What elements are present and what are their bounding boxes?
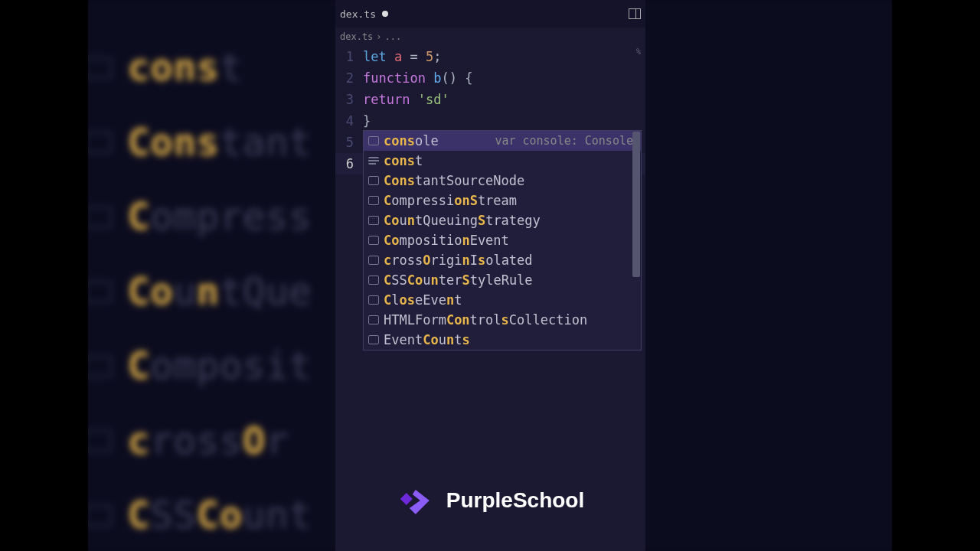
code-line[interactable]: 3 return 'sd' bbox=[335, 89, 645, 110]
tab-modified-indicator bbox=[382, 11, 388, 17]
autocomplete-item[interactable]: crossOriginIsolated bbox=[364, 250, 641, 270]
module-icon bbox=[368, 196, 379, 205]
editor-pane: dex.ts dex.ts › ... % 1let a = 5;2functi… bbox=[335, 0, 645, 551]
autocomplete-item[interactable]: HTMLFormControlsCollection bbox=[364, 310, 641, 330]
line-number: 1 bbox=[335, 46, 363, 67]
breadcrumb[interactable]: dex.ts › ... bbox=[335, 28, 645, 46]
autocomplete-item[interactable]: ConstantSourceNode bbox=[364, 171, 641, 191]
bg-suggestion-row: Compress bbox=[84, 180, 312, 255]
autocomplete-label: HTMLFormControlsCollection bbox=[384, 312, 636, 328]
autocomplete-label: const bbox=[384, 153, 636, 168]
autocomplete-item[interactable]: const bbox=[364, 151, 641, 171]
tab-filename: dex.ts bbox=[340, 8, 376, 20]
autocomplete-label: CompositionEvent bbox=[384, 233, 636, 248]
autocomplete-label: CountQueuingStrategy bbox=[384, 213, 636, 228]
module-icon bbox=[368, 295, 379, 305]
autocomplete-label: ConstantSourceNode bbox=[384, 173, 636, 188]
autocomplete-scrollbar[interactable] bbox=[632, 132, 640, 277]
module-icon bbox=[368, 176, 379, 185]
code-line[interactable]: 4} bbox=[335, 110, 645, 132]
line-number: 4 bbox=[335, 110, 363, 132]
autocomplete-item[interactable]: CountQueuingStrategy bbox=[364, 210, 641, 230]
autocomplete-label: CSSCounterStyleRule bbox=[384, 272, 636, 288]
autocomplete-popup[interactable]: consolevar console: ConsoleconstConstant… bbox=[363, 130, 642, 350]
line-number: 5 bbox=[335, 132, 363, 153]
line-number: 2 bbox=[335, 67, 363, 89]
bg-suggestion-row: crossOr bbox=[84, 404, 312, 479]
brand-logo-text: PurpleSchool bbox=[446, 488, 584, 513]
letterbox-right bbox=[892, 0, 980, 551]
autocomplete-label: CompressionStream bbox=[384, 193, 636, 208]
tab-bar: dex.ts bbox=[335, 0, 645, 28]
line-number: 6 bbox=[335, 153, 363, 174]
bg-suggestion-row: CountQue bbox=[84, 255, 312, 330]
keyword-icon bbox=[368, 157, 379, 165]
module-icon bbox=[368, 216, 379, 225]
bg-suggestion-row: Composit bbox=[84, 329, 312, 404]
tab-active[interactable]: dex.ts bbox=[340, 8, 388, 20]
code-line[interactable]: 1let a = 5; bbox=[335, 46, 645, 67]
breadcrumb-separator: › bbox=[376, 31, 381, 42]
line-number: 3 bbox=[335, 89, 363, 110]
bg-suggestion-row: const bbox=[84, 31, 312, 106]
autocomplete-item[interactable]: EventCounts bbox=[364, 330, 641, 350]
brand-logo-block: PurpleSchool bbox=[396, 484, 584, 517]
module-icon bbox=[368, 236, 379, 245]
brand-logo-icon bbox=[396, 484, 434, 517]
bg-suggestion-row: Constant bbox=[84, 106, 312, 181]
code-line[interactable]: 2function b() { bbox=[335, 67, 645, 89]
split-editor-icon[interactable] bbox=[629, 8, 641, 19]
autocomplete-label: console bbox=[384, 133, 490, 148]
module-icon bbox=[368, 315, 379, 324]
bg-suggestion-row: CSSCount bbox=[84, 478, 312, 551]
autocomplete-item[interactable]: CloseEvent bbox=[364, 290, 641, 310]
autocomplete-label: crossOriginIsolated bbox=[384, 253, 636, 268]
breadcrumb-rest: ... bbox=[385, 31, 402, 42]
module-icon bbox=[368, 276, 379, 285]
autocomplete-item[interactable]: CSSCounterStyleRule bbox=[364, 270, 641, 290]
breadcrumb-file: dex.ts bbox=[340, 31, 373, 42]
letterbox-left bbox=[0, 0, 88, 551]
autocomplete-item[interactable]: CompressionStream bbox=[364, 191, 641, 210]
autocomplete-detail: var console: Console bbox=[495, 134, 636, 148]
module-icon bbox=[368, 136, 379, 145]
autocomplete-label: EventCounts bbox=[384, 332, 636, 347]
module-icon bbox=[368, 335, 379, 344]
module-icon bbox=[368, 256, 379, 265]
autocomplete-label: CloseEvent bbox=[384, 292, 636, 308]
autocomplete-item[interactable]: consolevar console: Console bbox=[364, 131, 641, 151]
autocomplete-item[interactable]: CompositionEvent bbox=[364, 230, 641, 250]
